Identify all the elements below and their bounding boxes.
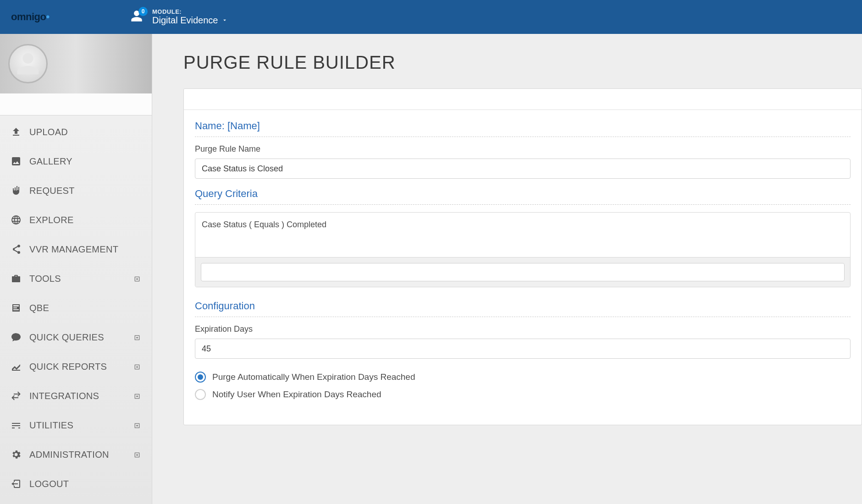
sidebar-item-label: QUICK QUERIES <box>29 332 133 343</box>
sidebar-item-quick-reports[interactable]: QUICK REPORTS <box>0 352 152 381</box>
module-selector[interactable]: MODULE: Digital Evidence <box>152 8 228 26</box>
sidebar-item-tools[interactable]: TOOLS <box>0 264 152 293</box>
profile-block <box>0 34 152 93</box>
globe-icon <box>10 214 22 225</box>
avatar[interactable] <box>8 44 48 83</box>
user-module-block: 0 MODULE: Digital Evidence <box>130 8 228 26</box>
sidebar-item-label: QUICK REPORTS <box>29 362 133 372</box>
sidebar-item-logout[interactable]: LOGOUT <box>0 469 152 499</box>
expand-icon <box>133 333 142 341</box>
expiration-input[interactable] <box>195 339 851 359</box>
user-icon <box>130 16 143 24</box>
sidebar-item-explore[interactable]: EXPLORE <box>0 205 152 235</box>
sidebar-item-label: ADMINISTRATION <box>29 449 133 460</box>
briefcase-icon <box>10 273 22 284</box>
sidebar-tab-strip <box>0 93 152 115</box>
transfer-icon <box>10 390 22 401</box>
section-config-title: Configuration <box>195 300 851 317</box>
chart-icon <box>10 361 22 372</box>
expand-icon <box>133 362 142 371</box>
sidebar-item-label: GALLERY <box>29 156 142 167</box>
user-icon-wrap[interactable]: 0 <box>130 10 143 24</box>
sidebar-item-quick-queries[interactable]: QUICK QUERIES <box>0 323 152 352</box>
upload-icon <box>10 126 22 137</box>
chat-icon <box>10 332 22 343</box>
logout-icon <box>10 478 22 489</box>
sidebar-item-label: VVR MANAGEMENT <box>29 244 142 255</box>
query-sub-input[interactable] <box>201 263 845 281</box>
main-content: PURGE RULE BUILDER Name: [Name] Purge Ru… <box>152 34 862 504</box>
notification-badge[interactable]: 0 <box>138 7 148 16</box>
sidebar-item-label: REQUEST <box>29 186 142 196</box>
section-query-title: Query Criteria <box>195 188 851 205</box>
sidebar-item-utilities[interactable]: UTILITIES <box>0 411 152 440</box>
query-criteria-box: Case Status ( Equals ) Completed <box>195 212 851 287</box>
radio-label: Purge Automatically When Expiration Days… <box>212 372 415 382</box>
sidebar-item-label: LOGOUT <box>29 479 142 489</box>
sidebar-item-label: QBE <box>29 303 142 313</box>
radio-button[interactable] <box>195 372 206 383</box>
rule-name-input[interactable] <box>195 159 851 179</box>
form-icon <box>10 302 22 313</box>
gear-icon <box>10 449 22 460</box>
expand-icon <box>133 274 142 283</box>
sidebar-item-label: UPLOAD <box>29 127 142 137</box>
radio-label: Notify User When Expiration Days Reached <box>212 389 381 400</box>
sidebar-item-administration[interactable]: ADMINISTRATION <box>0 440 152 469</box>
sidebar-item-label: EXPLORE <box>29 215 142 225</box>
sidebar-item-request[interactable]: REQUEST <box>0 176 152 205</box>
sliders-icon <box>10 420 22 431</box>
rule-name-label: Purge Rule Name <box>195 144 851 154</box>
sidebar-item-qbe[interactable]: QBE <box>0 293 152 323</box>
sidebar-item-label: UTILITIES <box>29 420 133 431</box>
logo: omnigo• <box>11 11 130 23</box>
sidebar-item-integrations[interactable]: INTEGRATIONS <box>0 381 152 411</box>
radio-option-0[interactable]: Purge Automatically When Expiration Days… <box>195 372 851 383</box>
sidebar: UPLOADGALLERYREQUESTEXPLOREVVR MANAGEMEN… <box>0 34 152 504</box>
gallery-icon <box>10 156 22 167</box>
logo-text: omnigo <box>11 11 46 22</box>
chevron-down-icon <box>221 15 228 26</box>
query-criteria-text: Case Status ( Equals ) Completed <box>195 213 850 257</box>
page-title: PURGE RULE BUILDER <box>183 52 862 73</box>
expand-icon <box>133 450 142 459</box>
section-name-title: Name: [Name] <box>195 120 851 137</box>
sidebar-item-label: TOOLS <box>29 274 133 284</box>
module-label: MODULE: <box>152 8 228 15</box>
share-icon <box>10 244 22 255</box>
app-header: omnigo• 0 MODULE: Digital Evidence <box>0 0 862 34</box>
sidebar-item-gallery[interactable]: GALLERY <box>0 147 152 176</box>
sidebar-item-upload[interactable]: UPLOAD <box>0 117 152 147</box>
module-name: Digital Evidence <box>152 15 228 26</box>
sidebar-nav: UPLOADGALLERYREQUESTEXPLOREVVR MANAGEMEN… <box>0 115 152 504</box>
query-footer <box>195 257 850 287</box>
expand-icon <box>133 421 142 429</box>
radio-button[interactable] <box>195 389 206 400</box>
expand-icon <box>133 392 142 400</box>
form-panel: Name: [Name] Purge Rule Name Query Crite… <box>183 88 862 425</box>
expiration-label: Expiration Days <box>195 324 851 334</box>
radio-option-1[interactable]: Notify User When Expiration Days Reached <box>195 389 851 400</box>
hand-icon <box>10 185 22 196</box>
sidebar-item-vvr-management[interactable]: VVR MANAGEMENT <box>0 235 152 264</box>
logo-dot-icon: • <box>46 11 49 22</box>
sidebar-item-label: INTEGRATIONS <box>29 391 133 401</box>
panel-header <box>184 89 862 110</box>
